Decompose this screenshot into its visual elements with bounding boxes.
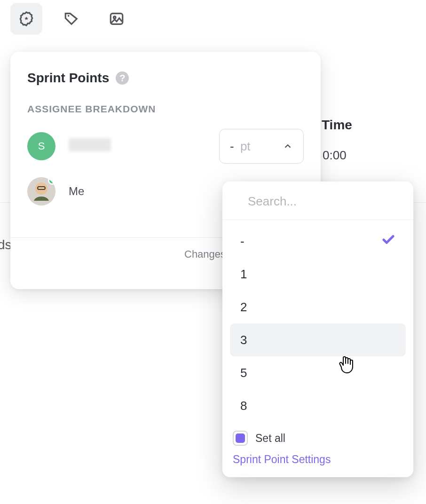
avatar[interactable] — [27, 177, 55, 205]
star-badge-button[interactable] — [10, 3, 42, 35]
tag-icon — [63, 11, 79, 27]
option-label: - — [240, 234, 245, 249]
avatar[interactable]: S — [27, 132, 55, 160]
svg-point-4 — [35, 182, 47, 195]
assignee-row: S - pt — [27, 129, 304, 164]
option-8[interactable]: 8 — [230, 389, 406, 422]
option-label: 3 — [240, 333, 247, 347]
time-label: Time — [322, 118, 352, 133]
chevron-up-icon — [283, 141, 293, 151]
image-button[interactable] — [101, 3, 133, 35]
top-toolbar — [10, 3, 133, 35]
option-dash[interactable]: - — [230, 225, 406, 258]
option-list: - 1 2 3 5 8 — [222, 220, 413, 425]
image-icon — [109, 11, 125, 27]
option-label: 8 — [240, 399, 247, 413]
search-row — [222, 181, 413, 220]
left-text-fragment: ds — [0, 237, 12, 252]
option-1[interactable]: 1 — [230, 258, 406, 291]
option-5[interactable]: 5 — [230, 356, 406, 389]
assignee-breakdown-header: ASSIGNEE BREAKDOWN — [27, 103, 304, 115]
assignee-name — [69, 138, 219, 154]
avatar-initial: S — [38, 140, 45, 152]
sprint-point-settings-link[interactable]: Sprint Point Settings — [232, 451, 331, 469]
search-input[interactable] — [247, 194, 402, 209]
option-2[interactable]: 2 — [230, 291, 406, 323]
redacted-name — [69, 138, 111, 151]
option-label: 2 — [240, 300, 247, 315]
check-icon — [381, 233, 395, 250]
points-dropdown: - 1 2 3 5 8 Set all Sprint Point Setting… — [222, 181, 413, 477]
presence-indicator — [48, 177, 55, 185]
card-title: Sprint Points — [27, 71, 109, 86]
star-badge-icon — [18, 11, 34, 27]
set-all-row[interactable]: Set all — [232, 428, 404, 451]
tag-button[interactable] — [55, 3, 87, 35]
option-label: 1 — [240, 267, 247, 282]
points-value: - — [230, 139, 234, 153]
help-icon[interactable]: ? — [116, 71, 129, 85]
set-all-checkbox[interactable] — [233, 431, 248, 446]
svg-point-0 — [68, 15, 70, 17]
points-unit: pt — [240, 139, 251, 153]
option-3[interactable]: 3 — [230, 323, 406, 356]
option-label: 5 — [240, 366, 247, 380]
svg-point-2 — [113, 16, 116, 19]
set-all-label: Set all — [255, 432, 285, 445]
time-value: 0:00 — [323, 148, 347, 163]
points-select[interactable]: - pt — [219, 129, 304, 164]
